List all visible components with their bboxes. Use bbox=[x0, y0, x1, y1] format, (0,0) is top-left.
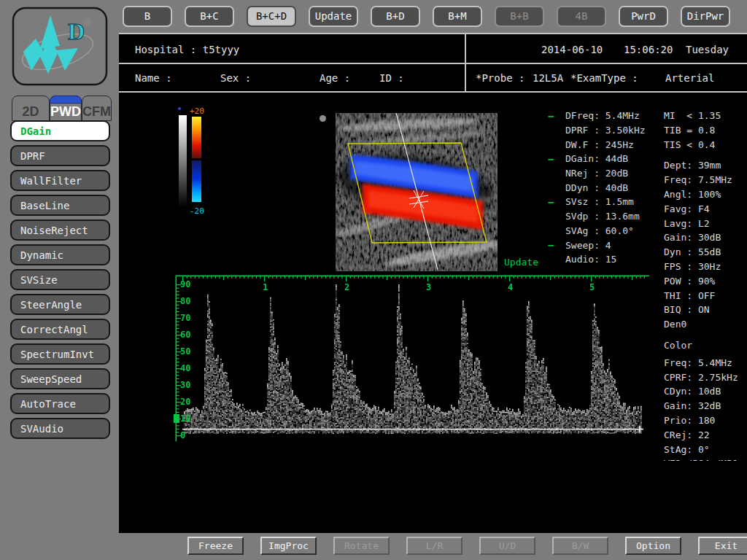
system-parameter-row: CDyn: 10dB bbox=[664, 384, 747, 399]
grayscale-bar bbox=[179, 115, 187, 207]
system-parameter-row: Prio: 180 bbox=[664, 413, 747, 428]
mode-button[interactable]: DirPwr bbox=[681, 6, 730, 27]
sidebar-tab[interactable]: CFM bbox=[82, 96, 112, 121]
bottom-button[interactable]: Freeze bbox=[187, 537, 244, 555]
menu-button[interactable]: WallFilter bbox=[10, 170, 110, 191]
update-status-label: Update bbox=[504, 257, 538, 268]
colorbar-min-label: -20 bbox=[190, 206, 204, 216]
pw-parameter-text: DW.F : 245Hz bbox=[565, 139, 634, 150]
active-param-marker: − bbox=[548, 110, 565, 122]
bottom-button[interactable]: U/D bbox=[479, 537, 535, 555]
menu-button[interactable]: SpectrumInvt bbox=[10, 343, 110, 365]
menu-button[interactable]: CorrectAngl bbox=[10, 319, 110, 340]
pw-parameter-list: − DFreq: 5.4MHz DPRF : 3.50kHz DW.F : 24… bbox=[548, 109, 657, 267]
bottom-button[interactable]: ImgProc bbox=[260, 537, 317, 555]
menu-button[interactable]: Dynamic bbox=[10, 244, 110, 265]
system-parameter-row: FPS : 30Hz bbox=[664, 260, 747, 274]
system-parameter-row: Color bbox=[664, 338, 747, 353]
mode-button[interactable]: PwrD bbox=[619, 6, 668, 27]
pw-parameter-row: NRej : 20dB bbox=[548, 166, 657, 181]
id-label: ID : bbox=[379, 72, 404, 84]
pw-parameter-text: DPRF : 3.50kHz bbox=[565, 125, 646, 136]
bottom-button[interactable]: L/R bbox=[406, 537, 462, 555]
mode-button[interactable]: Update bbox=[309, 6, 358, 27]
mode-button[interactable]: B+C+D bbox=[247, 6, 296, 27]
active-param-marker: − bbox=[548, 239, 565, 251]
bottom-button[interactable]: Rotate bbox=[333, 537, 390, 555]
mode-button[interactable]: B bbox=[123, 6, 172, 27]
bottom-toolbar: Freeze ImgProc Rotate L/R U/D B/W Option… bbox=[187, 537, 747, 555]
system-parameter-row: WF2 /PS4 /MP1 bbox=[664, 456, 747, 461]
svg-text:D: D bbox=[68, 18, 85, 44]
menu-button[interactable]: SVAudio bbox=[10, 418, 110, 439]
age-label: Age : bbox=[320, 72, 350, 84]
header-divider-bottom bbox=[119, 91, 747, 93]
menu-button[interactable]: BaseLine bbox=[10, 195, 110, 216]
system-parameter-row: BIQ : ON bbox=[664, 303, 747, 317]
bottom-button[interactable]: B/W bbox=[552, 537, 608, 555]
system-parameter-row: Dept: 39mm bbox=[664, 158, 747, 173]
examtype-value: Arterial bbox=[665, 72, 714, 84]
vendor-logo: D ® bbox=[12, 7, 109, 87]
pw-parameter-row: − Sweep: 4 bbox=[548, 238, 657, 252]
system-parameter-row: TIB = 0.8 bbox=[664, 123, 747, 138]
pw-parameter-text: SVAg : 60.0° bbox=[565, 225, 634, 236]
menu-button[interactable]: DPRF bbox=[10, 145, 110, 166]
pw-parameter-row: − DFreq: 5.4MHz bbox=[548, 109, 657, 123]
bottom-button[interactable]: Option bbox=[625, 537, 681, 555]
system-parameter-row: Gain: 32dB bbox=[664, 399, 747, 413]
mode-button[interactable]: B+C bbox=[185, 6, 234, 27]
probe-value: 12L5A bbox=[533, 72, 563, 84]
system-parameter-row: Freq: 7.5MHz bbox=[664, 173, 747, 187]
system-parameter-list: MI < 1.35 TIB = 0.8 TIS < 0.4 Dept: 39mm… bbox=[664, 109, 747, 461]
pw-parameter-text: DFreq: 5.4MHz bbox=[565, 110, 640, 121]
pw-parameter-text: SVsz : 1.5mm bbox=[565, 196, 634, 207]
name-label: Name : bbox=[135, 72, 172, 84]
pw-parameter-row: SVAg : 60.0° bbox=[548, 224, 657, 238]
system-parameter-row: THI : OFF bbox=[664, 289, 747, 303]
examtype-label: *ExamType : bbox=[570, 72, 638, 84]
pw-parameter-text: SVdp : 13.6mm bbox=[565, 211, 640, 222]
hospital-label: Hospital : t5tyyy bbox=[135, 44, 239, 55]
header-divider-mid bbox=[119, 63, 747, 64]
system-parameter-row: StAg: 0° bbox=[664, 443, 747, 457]
doppler-colorbar-negative bbox=[192, 160, 201, 202]
menu-button[interactable]: SweepSpeed bbox=[10, 368, 110, 389]
pw-parameter-row: − DGain: 44dB bbox=[548, 152, 657, 166]
sidebar-tab[interactable]: PWD bbox=[50, 96, 82, 121]
mode-button[interactable]: B+B bbox=[495, 6, 544, 27]
svg-text:®: ® bbox=[83, 16, 91, 28]
mode-button[interactable]: B+D bbox=[371, 6, 420, 27]
system-parameter-row: CPRF: 2.75kHz bbox=[664, 370, 747, 385]
bmode-image bbox=[336, 113, 498, 271]
pw-spectrum-canvas bbox=[174, 274, 649, 446]
system-parameter-row: TIS < 0.4 bbox=[664, 138, 747, 152]
active-param-marker: − bbox=[548, 153, 565, 165]
focus-marker-dot bbox=[178, 107, 181, 110]
focal-position-dot bbox=[320, 115, 326, 122]
sex-label: Sex : bbox=[220, 72, 251, 84]
sidebar-tabs: 2D PWD CFM bbox=[12, 96, 112, 121]
system-parameter-row: Angl: 100% bbox=[664, 187, 747, 202]
system-parameter-row: Freq: 5.4MHz bbox=[664, 356, 747, 370]
system-parameter-row: Lavg: L2 bbox=[664, 217, 747, 231]
bottom-button[interactable]: Exit bbox=[698, 537, 747, 555]
doppler-colorbar bbox=[192, 117, 201, 204]
sidebar-tab[interactable]: 2D bbox=[12, 96, 50, 121]
date-label: 2014-06-10 bbox=[541, 44, 603, 55]
menu-button[interactable]: NoiseReject bbox=[10, 219, 110, 241]
weekday-label: Tuesday bbox=[686, 44, 729, 55]
mode-button[interactable]: 4B bbox=[557, 6, 606, 27]
menu-button[interactable]: SVSize bbox=[10, 269, 110, 290]
time-label: 15:06:20 bbox=[624, 44, 673, 55]
menu-button[interactable]: SteerAngle bbox=[10, 294, 110, 315]
system-parameter-row: Favg: F4 bbox=[664, 202, 747, 217]
probe-label: *Probe : bbox=[476, 72, 525, 84]
system-parameter-row: Dyn : 55dB bbox=[664, 245, 747, 260]
active-tab-accent bbox=[50, 96, 82, 104]
menu-button[interactable]: AutoTrace bbox=[10, 393, 110, 414]
mode-button[interactable]: B+M bbox=[433, 6, 482, 27]
colorbar-max-label: +20 bbox=[190, 106, 204, 116]
menu-button[interactable]: DGain bbox=[10, 120, 110, 141]
mode-toolbar: B B+C B+C+D Update B+D B+M B+B 4B PwrD D… bbox=[123, 6, 730, 27]
